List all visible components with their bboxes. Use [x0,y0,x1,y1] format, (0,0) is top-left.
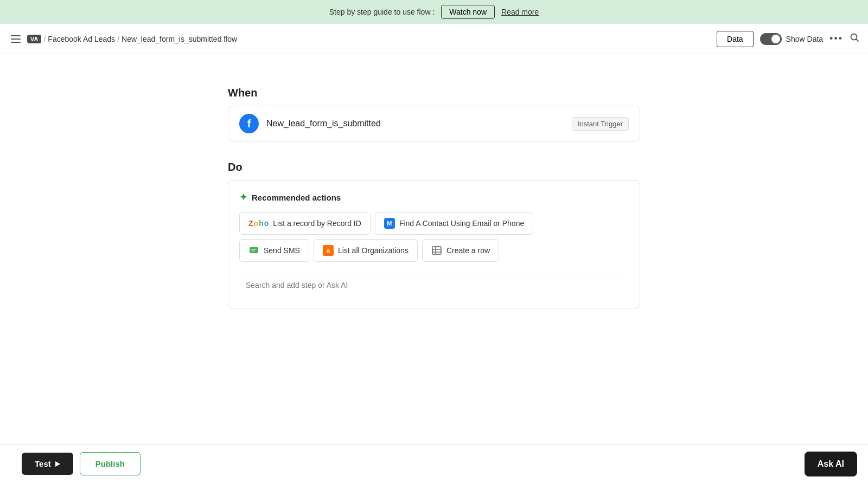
zoho-icon: Zoho [248,219,269,228]
recommended-label: Recommended actions [252,193,341,202]
create-row-label: Create a row [446,246,490,255]
ask-ai-button[interactable]: Ask AI [805,452,857,476]
svg-line-1 [857,40,859,42]
svg-rect-5 [432,247,441,254]
send-sms-icon [248,245,259,256]
bottom-bar: Test Publish [0,444,868,483]
show-data-toggle-container: Show Data [760,33,823,45]
find-contact-label: Find A Contact Using Email or Phone [399,219,524,228]
test-button-label: Test [35,459,51,468]
read-more-link[interactable]: Read more [501,8,539,16]
recommended-header: ✦ Recommended actions [239,191,629,203]
search-step-input[interactable] [239,273,629,297]
show-data-label: Show Data [786,35,823,43]
publish-button[interactable]: Publish [80,452,141,475]
action-buttons-grid: Zoho List a record by Record ID M Find A… [239,212,629,262]
facebook-icon: f [239,114,259,133]
sparkle-icon: ✦ [239,191,247,203]
send-sms-label: Send SMS [264,246,300,255]
list-record-button[interactable]: Zoho List a record by Record ID [239,212,371,235]
when-section-label: When [228,87,640,99]
trigger-name: New_lead_form_is_submitted [266,119,564,128]
watch-now-button[interactable]: Watch now [441,5,495,19]
find-contact-icon: M [384,218,395,229]
header: VA / Facebook Ad Leads / New_lead_form_i… [0,24,868,54]
find-contact-button[interactable]: M Find A Contact Using Email or Phone [375,212,533,235]
more-options-button[interactable]: ••• [829,33,843,44]
svg-point-0 [851,34,857,40]
data-button[interactable]: Data [717,31,754,47]
header-right: Data Show Data ••• [717,31,859,47]
send-sms-button[interactable]: Send SMS [239,239,309,262]
test-button[interactable]: Test [22,453,73,475]
action-row-2: Send SMS a List all Organizations [239,239,629,262]
do-section-label: Do [228,161,640,173]
search-icon [850,33,859,42]
show-data-toggle[interactable] [760,33,782,45]
workspace-badge[interactable]: VA [27,35,41,43]
top-banner: Step by step guide to use flow : Watch n… [0,0,868,24]
banner-text: Step by step guide to use flow : [329,8,435,16]
project-name[interactable]: Facebook Ad Leads [48,35,115,43]
flow-container: When f New_lead_form_is_submitted Instan… [228,87,640,308]
breadcrumb-sep-1: / [43,35,46,43]
hamburger-menu-icon[interactable] [9,33,23,45]
flow-name: New_lead_form_is_submitted flow [122,35,237,43]
list-orgs-label: List all Organizations [338,246,409,255]
create-row-icon [431,245,442,256]
trigger-card[interactable]: f New_lead_form_is_submitted Instant Tri… [228,106,640,141]
action-row-1: Zoho List a record by Record ID M Find A… [239,212,629,235]
search-button[interactable] [850,33,859,45]
main-content: When f New_lead_form_is_submitted Instan… [0,54,868,444]
list-orgs-button[interactable]: a List all Organizations [314,239,418,262]
do-card: ✦ Recommended actions Zoho List a record… [228,180,640,308]
play-icon [55,461,60,467]
breadcrumb: VA / Facebook Ad Leads / New_lead_form_i… [27,35,237,43]
breadcrumb-sep-2: / [117,35,119,43]
instant-trigger-badge: Instant Trigger [572,117,629,131]
list-record-label: List a record by Record ID [273,219,361,228]
create-row-button[interactable]: Create a row [422,239,499,262]
list-orgs-icon: a [323,245,334,256]
